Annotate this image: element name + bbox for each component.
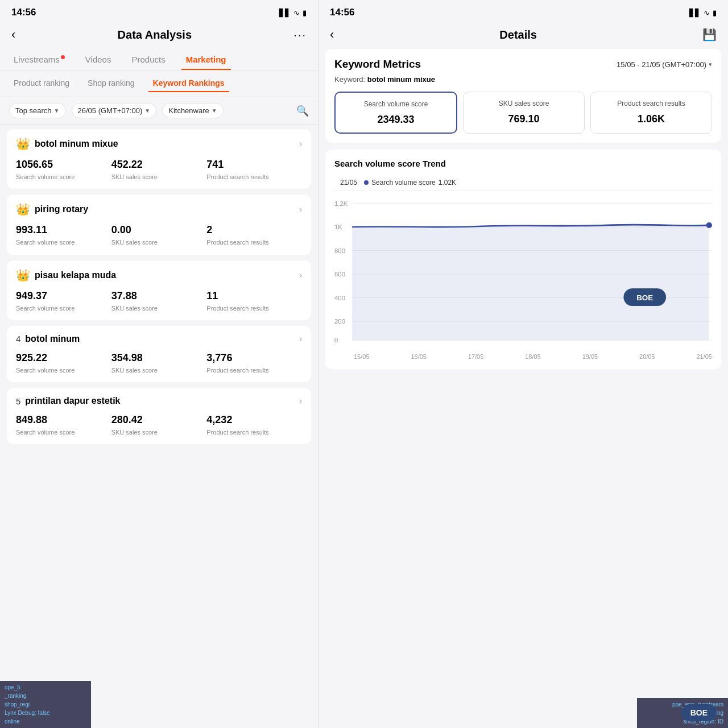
stat-product-search-4: 3,776 Product search results [206, 352, 302, 374]
rank-number-4: 4 [16, 334, 20, 344]
tab-products[interactable]: Products [127, 49, 169, 70]
more-options-left[interactable]: ··· [293, 28, 307, 42]
battery-icon-right: ▮ [713, 9, 717, 17]
keyword-name-4: botol minum [25, 334, 80, 344]
status-bar-right: 14:56 ▋▋ ∿ ▮ [318, 0, 728, 23]
time-left: 14:56 [11, 7, 36, 18]
stat-sku-sales-4: 354.98 SKU sales score [111, 352, 207, 374]
stat-search-volume-5: 849.88 Search volume score [16, 414, 111, 436]
chevron-right-icon-4: › [299, 334, 302, 344]
filter-top-search[interactable]: Top search ▼ [9, 103, 66, 118]
primary-tabs: Livestreams Videos Products Marketing [0, 49, 318, 71]
keyword-name-1: botol minum mixue [35, 139, 118, 149]
tab-keyword-rankings[interactable]: Keyword Rankings [148, 75, 229, 92]
metric-box-search-volume[interactable]: Search volume score 2349.33 [334, 92, 457, 134]
stat-sku-sales-5: 280.42 SKU sales score [111, 414, 207, 436]
svg-text:1.2K: 1.2K [334, 200, 348, 206]
chart-end-dot [706, 222, 712, 228]
keyword-stats-5: 849.88 Search volume score 280.42 SKU sa… [16, 414, 302, 436]
back-button-left[interactable]: ‹ [11, 27, 15, 42]
keyword-card-3[interactable]: 👑 pisau kelapa muda › 949.37 Search volu… [7, 260, 311, 320]
search-icon[interactable]: 🔍 [296, 105, 309, 117]
chevron-right-icon-2: › [299, 204, 302, 214]
boe-badge-text: BOE [636, 293, 653, 301]
date-range-selector[interactable]: 15/05 - 21/05 (GMT+07:00) ▾ [617, 60, 712, 69]
chevron-right-icon-3: › [299, 270, 302, 280]
tab-marketing[interactable]: Marketing [181, 49, 231, 70]
x-axis-labels: 15/05 16/05 17/05 18/05 19/05 20/05 21/0… [334, 351, 712, 360]
chart-legend-label: Search volume score [371, 179, 436, 187]
battery-icon: ▮ [303, 9, 307, 17]
rank-number-5: 5 [16, 396, 20, 406]
keyword-stats-4: 925.22 Search volume score 354.98 SKU sa… [16, 352, 302, 374]
keyword-card-4[interactable]: 4 botol minum › 925.22 Search volume sco… [7, 326, 311, 382]
crown-icon-2: 👑 [16, 202, 30, 216]
keyword-card-4-header: 4 botol minum › [16, 334, 302, 344]
chart-area: 1.2K 1K 800 600 400 200 0 [334, 195, 712, 360]
keyword-label: Keyword: botol minum mixue [334, 75, 712, 84]
chevron-right-icon-5: › [299, 396, 302, 406]
boe-button-right[interactable]: BOE [681, 704, 717, 721]
chart-tooltip-date: 21/05 [340, 179, 357, 187]
chevron-down-icon: ▼ [144, 107, 150, 114]
keyword-name-2: piring rotary [35, 204, 88, 214]
keyword-rank-3: 👑 pisau kelapa muda [16, 268, 116, 282]
chart-title: Search volume score Trend [334, 159, 712, 168]
crown-icon-3: 👑 [16, 268, 30, 282]
tab-shop-ranking[interactable]: Shop ranking [83, 75, 139, 92]
stat-product-search-5: 4,232 Product search results [206, 414, 302, 436]
stat-search-volume-4: 925.22 Search volume score [16, 352, 111, 374]
svg-text:400: 400 [334, 294, 345, 301]
chevron-down-icon: ▾ [709, 61, 712, 68]
x-label-1: 15/05 [354, 353, 370, 360]
stat-product-search-3: 11 Product search results [206, 290, 302, 312]
keyword-card-2[interactable]: 👑 piring rotary › 993.11 Search volume s… [7, 195, 311, 254]
keyword-card-5-header: 5 printilan dapur estetik › [16, 396, 302, 406]
tab-product-ranking[interactable]: Product ranking [9, 75, 74, 92]
keyword-card-1[interactable]: 👑 botol minum mixue › 1056.65 Search vol… [7, 129, 311, 189]
keyword-card-3-header: 👑 pisau kelapa muda › [16, 268, 302, 282]
svg-text:200: 200 [334, 318, 345, 325]
wifi-icon: ∿ [293, 9, 300, 17]
filter-category[interactable]: Kitchenware ▼ [162, 103, 223, 118]
filter-date-range[interactable]: 26/05 (GMT+07:00) ▼ [72, 103, 157, 118]
x-label-2: 16/05 [411, 353, 427, 360]
svg-text:600: 600 [334, 271, 345, 278]
chart-svg: 1.2K 1K 800 600 400 200 0 [334, 195, 712, 349]
keyword-card-1-header: 👑 botol minum mixue › [16, 137, 302, 151]
right-panel: 14:56 ▋▋ ∿ ▮ ‹ Details 💾 Keyword Metrics… [318, 0, 728, 728]
filter-bar: Top search ▼ 26/05 (GMT+07:00) ▼ Kitchen… [0, 97, 318, 125]
debug-overlay-left: ope_5 _ranking shop_regi Lynx Debug: fal… [0, 681, 91, 728]
keyword-rank-2: 👑 piring rotary [16, 202, 88, 216]
stat-product-search-1: 741 Product search results [206, 159, 302, 181]
stat-search-volume-1: 1056.65 Search volume score [16, 159, 111, 181]
header-right: ‹ Details 💾 [318, 23, 728, 49]
signal-icon: ▋▋ [279, 9, 291, 17]
tab-videos[interactable]: Videos [81, 49, 116, 70]
metric-box-product-search[interactable]: Product search results 1.06K [590, 92, 712, 134]
stat-search-volume-3: 949.37 Search volume score [16, 290, 111, 312]
keyword-name-3: pisau kelapa muda [35, 270, 116, 280]
wifi-icon-right: ∿ [704, 9, 710, 17]
keyword-stats-2: 993.11 Search volume score 0.00 SKU sale… [16, 224, 302, 246]
legend-dot [364, 180, 369, 185]
metric-box-sku-sales[interactable]: SKU sales score 769.10 [463, 92, 585, 134]
stat-product-search-2: 2 Product search results [206, 224, 302, 246]
livestreams-dot [61, 55, 65, 59]
keyword-card-5[interactable]: 5 printilan dapur estetik › 849.88 Searc… [7, 388, 311, 444]
chart-tooltip-bar: 21/05 Search volume score 1.02K [334, 175, 712, 191]
keyword-stats-1: 1056.65 Search volume score 452.22 SKU s… [16, 159, 302, 181]
back-button-right[interactable]: ‹ [330, 27, 334, 42]
status-icons-left: ▋▋ ∿ ▮ [279, 9, 307, 17]
x-label-4: 18/05 [525, 353, 541, 360]
keyword-card-2-header: 👑 piring rotary › [16, 202, 302, 216]
page-title-left: Data Analysis [118, 28, 192, 42]
keyword-list: 👑 botol minum mixue › 1056.65 Search vol… [0, 125, 318, 728]
status-icons-right: ▋▋ ∿ ▮ [689, 9, 717, 17]
tab-livestreams[interactable]: Livestreams [9, 49, 69, 70]
status-bar-left: 14:56 ▋▋ ∿ ▮ [0, 0, 318, 23]
svg-text:0: 0 [334, 337, 338, 344]
save-icon[interactable]: 💾 [702, 28, 717, 42]
keyword-rank-5: 5 printilan dapur estetik [16, 396, 120, 406]
stat-sku-sales-3: 37.88 SKU sales score [111, 290, 207, 312]
